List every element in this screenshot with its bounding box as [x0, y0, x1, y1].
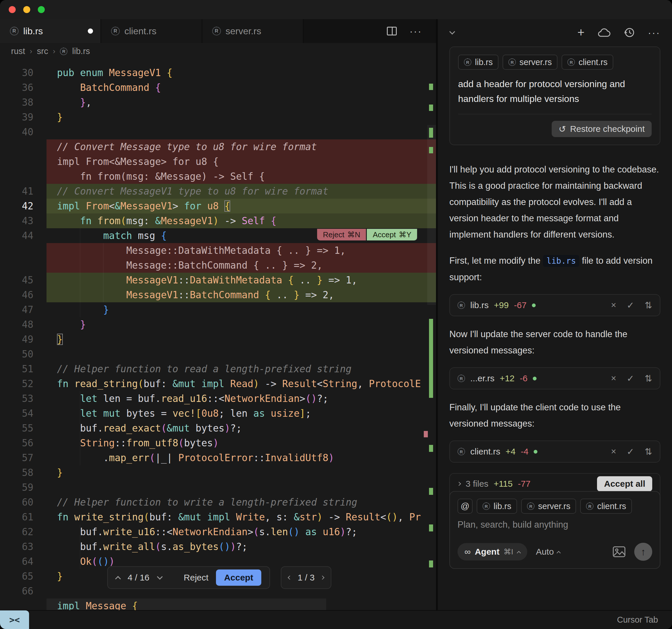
tab-lib-rs[interactable]: R lib.rs: [0, 19, 101, 43]
code-editor[interactable]: 30pub enum MessageV1 {36 BatchCommand {3…: [0, 59, 436, 610]
code-line[interactable]: 60// Helper function to write a length-p…: [0, 495, 436, 510]
code-token: {: [161, 230, 167, 241]
reject-button[interactable]: Reject: [184, 573, 209, 582]
chat-input-placeholder[interactable]: Plan, search, build anything: [457, 520, 652, 530]
expand-file-icon[interactable]: ⇅: [645, 300, 652, 311]
prev-change-icon[interactable]: [115, 576, 121, 582]
code-line[interactable]: impl Message {: [0, 599, 436, 610]
panel-toggle-button[interactable]: ><: [0, 610, 29, 629]
code-line[interactable]: Message::DataWithMetadata { .. } => 1,: [0, 243, 436, 258]
close-window-button[interactable]: [9, 6, 16, 13]
code-line[interactable]: // Convert Message type to u8 for wire f…: [0, 140, 436, 154]
line-number: 41: [0, 184, 47, 199]
code-line[interactable]: 30pub enum MessageV1 {: [0, 65, 436, 80]
accept-hunk-button[interactable]: Accept⌘Y: [367, 229, 417, 241]
zoom-window-button[interactable]: [38, 6, 45, 13]
restore-checkpoint-button[interactable]: ↺ Restore checkpoint: [552, 121, 652, 137]
code-line[interactable]: 39}: [0, 110, 436, 125]
code-line[interactable]: Message::BatchCommand { .. } => 2,: [0, 258, 436, 273]
context-pill-client-rs[interactable]: R client.rs: [580, 499, 632, 514]
accept-all-button[interactable]: Accept all: [597, 476, 652, 492]
breadcrumb-item[interactable]: rust: [11, 47, 25, 56]
code-text: // Convert Message type to u8 for wire f…: [47, 140, 436, 154]
line-number: 42: [0, 199, 47, 213]
accept-file-icon[interactable]: ✓: [627, 300, 634, 311]
context-pill-lib-rs[interactable]: R lib.rs: [477, 499, 517, 514]
new-chat-icon[interactable]: +: [578, 26, 585, 40]
code-line[interactable]: 36 BatchCommand {: [0, 80, 436, 95]
reject-label: Reject: [323, 230, 344, 239]
code-line[interactable]: 61fn write_string(buf: &mut impl Write, …: [0, 510, 436, 525]
code-token: MessageV1: [109, 67, 167, 78]
code-text: let len = buf.read_u16::<NetworkEndian>(…: [47, 391, 436, 406]
code-line[interactable]: 38 },: [0, 95, 436, 110]
code-line[interactable]: 47 }: [0, 302, 436, 317]
line-number: 55: [0, 421, 47, 435]
code-line[interactable]: 50: [0, 347, 436, 361]
code-line[interactable]: 52fn read_string(buf: &mut impl Read) ->…: [0, 376, 436, 391]
code-line[interactable]: 41// Convert MessageV1 type to u8 for wi…: [0, 184, 436, 199]
reject-file-icon[interactable]: ×: [611, 373, 616, 384]
minimize-window-button[interactable]: [23, 6, 30, 13]
file-change-card-client-rs[interactable]: R client.rs +4 -4 × ✓ ⇅: [449, 441, 661, 462]
code-line[interactable]: 42impl From<&MessageV1> for u8 {: [0, 199, 436, 213]
reject-hunk-button[interactable]: Reject⌘N: [317, 229, 366, 241]
send-button[interactable]: ↑: [634, 543, 652, 561]
code-line[interactable]: 43 fn from(msg: &MessageV1) -> Self {: [0, 213, 436, 228]
prev-file-icon[interactable]: [288, 576, 292, 580]
code-token: impl: [57, 600, 86, 610]
code-line[interactable]: 63 buf.write_all(s.as_bytes())?;: [0, 539, 436, 554]
file-change-card-lib-rs[interactable]: R lib.rs +99 -67 × ✓ ⇅: [449, 294, 661, 316]
tab-client-rs[interactable]: R client.rs: [101, 19, 202, 43]
history-icon[interactable]: [623, 27, 635, 38]
code-line[interactable]: 46 MessageV1::BatchCommand { .. } => 2,: [0, 287, 436, 302]
code-line[interactable]: 62 buf.write_u16::<NetworkEndian>(s.len(…: [0, 525, 436, 539]
code-line[interactable]: 59: [0, 480, 436, 495]
file-pill-server-rs[interactable]: R server.rs: [503, 55, 557, 70]
next-change-icon[interactable]: [157, 574, 163, 580]
code-line[interactable]: 56 String::from_utf8(bytes): [0, 435, 436, 450]
chat-input-box[interactable]: @ R lib.rs R server.rs R client.rs Plan,…: [449, 491, 661, 569]
attach-image-button[interactable]: [613, 546, 625, 557]
model-selector[interactable]: Auto: [536, 547, 560, 557]
file-pill-client-rs[interactable]: R client.rs: [561, 55, 613, 70]
add-context-button[interactable]: @: [457, 499, 473, 514]
line-number: 46: [0, 287, 47, 302]
split-editor-icon[interactable]: [387, 27, 397, 35]
cloud-icon[interactable]: [597, 28, 611, 37]
context-pill-server-rs[interactable]: R server.rs: [521, 499, 576, 514]
code-line[interactable]: 53 let len = buf.read_u16::<NetworkEndia…: [0, 391, 436, 406]
user-message-card: R lib.rs R server.rs R client.rs add a h…: [449, 47, 661, 145]
breadcrumb-item[interactable]: lib.rs: [72, 47, 90, 56]
reject-file-icon[interactable]: ×: [611, 446, 616, 457]
code-line[interactable]: impl From<&Message> for u8 {: [0, 154, 436, 169]
panel-more-icon[interactable]: ···: [648, 27, 661, 38]
reject-file-icon[interactable]: ×: [611, 300, 616, 310]
expand-file-icon[interactable]: ⇅: [645, 373, 652, 384]
chevron-down-icon[interactable]: [449, 29, 455, 34]
code-line[interactable]: 40: [0, 125, 436, 140]
code-line[interactable]: 54 let mut bytes = vec![0u8; len as usiz…: [0, 406, 436, 421]
agent-mode-selector[interactable]: ∞ Agent ⌘I: [457, 543, 527, 560]
code-line[interactable]: 49}: [0, 332, 436, 347]
chevron-up-icon: [557, 551, 561, 555]
rust-file-icon: R: [482, 502, 490, 510]
expand-file-icon[interactable]: ⇅: [645, 446, 652, 457]
next-file-icon[interactable]: [320, 576, 325, 580]
tab-server-rs[interactable]: R server.rs: [202, 19, 304, 43]
code-token: MessageV1: [126, 274, 178, 286]
code-line[interactable]: 48 }: [0, 317, 436, 332]
code-line[interactable]: 57 .map_err(|_| ProtocolError::InvalidUt…: [0, 450, 436, 465]
accept-file-icon[interactable]: ✓: [627, 373, 634, 384]
code-line[interactable]: 55 buf.read_exact(&mut bytes)?;: [0, 421, 436, 435]
code-line[interactable]: fn from(msg: &Message) -> Self {: [0, 169, 436, 184]
code-line[interactable]: 45 MessageV1::DataWithMetadata { .. } =>…: [0, 273, 436, 287]
more-actions-icon[interactable]: ···: [410, 26, 422, 37]
file-pill-lib-rs[interactable]: R lib.rs: [458, 55, 499, 70]
breadcrumb-item[interactable]: src: [37, 47, 48, 56]
code-line[interactable]: 51// Helper function to read a length-pr…: [0, 361, 436, 376]
accept-file-icon[interactable]: ✓: [627, 446, 634, 457]
file-change-card-server-rs[interactable]: R ...er.rs +12 -6 × ✓ ⇅: [449, 367, 661, 389]
accept-button[interactable]: Accept: [216, 570, 261, 586]
code-line[interactable]: 58}: [0, 465, 436, 480]
